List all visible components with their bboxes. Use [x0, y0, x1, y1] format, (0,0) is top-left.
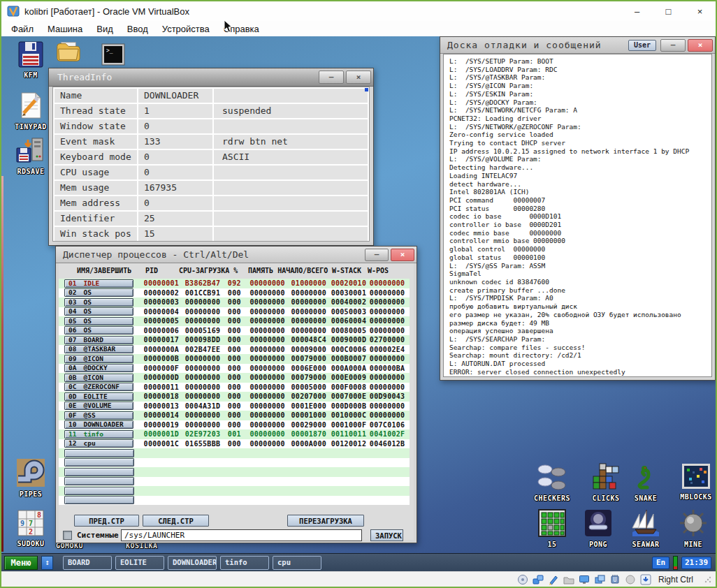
- desktop-icon-mblocks[interactable]: MBLOCKS: [674, 462, 716, 501]
- clock-button[interactable]: 21:39: [681, 557, 711, 569]
- kill-process-button[interactable]: [64, 477, 134, 485]
- pct-cell: 000: [228, 336, 249, 344]
- desktop-icon-folder[interactable]: [52, 38, 84, 65]
- wstack-cell: 000A000A: [331, 365, 368, 372]
- shared-clipboard-pencil-icon[interactable]: [548, 574, 559, 585]
- keyboard-layout-button[interactable]: En: [652, 557, 669, 569]
- kill-process-button[interactable]: 0B@ICON: [64, 374, 133, 382]
- menubar-item-3[interactable]: Ввод: [124, 22, 151, 36]
- kill-process-button[interactable]: 10DOWNLOADER: [64, 420, 133, 429]
- maximize-icon[interactable]: □: [653, 1, 684, 21]
- threadinfo-titlebar[interactable]: ThreadInfo – ×: [49, 68, 373, 87]
- desktop-icon-checkers[interactable]: CHECKERS: [530, 462, 574, 502]
- seamless-windows-icon[interactable]: [594, 574, 605, 585]
- kill-process-button[interactable]: 03OS: [64, 298, 133, 307]
- system-processes-checkbox[interactable]: [63, 531, 72, 540]
- wpos-cell: 00000000: [370, 355, 410, 362]
- launch-path-input[interactable]: [121, 529, 362, 541]
- minimize-button[interactable]: –: [660, 39, 686, 52]
- menubar-item-0[interactable]: Файл: [8, 22, 36, 36]
- close-button[interactable]: ×: [391, 249, 414, 261]
- minimize-all-button[interactable]: ↕: [41, 556, 53, 570]
- taskbar-task-downloader[interactable]: DOWNLOADER: [168, 556, 217, 570]
- kill-process-button[interactable]: 0F@SS: [64, 411, 133, 420]
- mouse-integration-icon[interactable]: [625, 574, 636, 585]
- close-icon[interactable]: ×: [684, 1, 716, 21]
- run-button[interactable]: ЗАПУСК: [370, 529, 403, 541]
- kill-process-button[interactable]: 12cpu: [64, 439, 133, 448]
- kill-process-button[interactable]: 0C@ZEROCONF: [64, 383, 133, 391]
- kill-process-button[interactable]: 05OS: [64, 317, 133, 325]
- desktop-icon-mine[interactable]: MINE: [671, 508, 716, 548]
- menubar-item-5[interactable]: Справка: [221, 22, 262, 36]
- taskbar-task-tinfo[interactable]: tinfo: [220, 556, 269, 570]
- debug-board-titlebar[interactable]: Доска отладки и сообщений User – ×: [440, 37, 715, 54]
- log-line: L: /SYS/@DOCKY Param:: [449, 98, 711, 107]
- kill-process-button[interactable]: 0DEOLITE: [64, 392, 133, 401]
- menubar-item-4[interactable]: Устройства: [159, 22, 212, 36]
- pct-cell: 000: [228, 308, 249, 316]
- kill-process-button[interactable]: 0E@VOLUME: [64, 402, 133, 410]
- desktop-icon-terminal[interactable]: >_: [99, 43, 127, 66]
- shared-folders-icon[interactable]: [563, 574, 574, 585]
- user-log-button[interactable]: User: [628, 40, 656, 51]
- desktop-icon-clicks[interactable]: CLICKS: [584, 462, 628, 502]
- kill-process-button[interactable]: [64, 468, 134, 476]
- process-name: DOWNLOADER: [83, 421, 123, 428]
- minimize-icon[interactable]: –: [621, 1, 653, 21]
- prev-page-button[interactable]: ПРЕД.СТР: [74, 515, 139, 527]
- taskbar-task-cpu[interactable]: cpu: [273, 556, 321, 570]
- process-manager-titlebar[interactable]: Диспетчер процессов - Ctrl/Alt/Del – ×: [56, 247, 417, 263]
- menubar-item-2[interactable]: Вид: [94, 22, 116, 36]
- kill-process-button[interactable]: 07BOARD: [64, 336, 133, 344]
- desktop-icon-tinypad[interactable]: TINYPAD: [8, 91, 53, 131]
- cpu-load-indicator[interactable]: [673, 556, 678, 570]
- mem-start-cell: 00000000: [249, 421, 289, 429]
- desktop-icon-seawar[interactable]: SEAWAR: [623, 508, 668, 548]
- kill-process-button[interactable]: 02OS: [64, 288, 133, 297]
- desktop-icon-pipes[interactable]: PIPES: [8, 458, 53, 498]
- close-button[interactable]: ×: [688, 39, 713, 52]
- start-menu-button[interactable]: Меню: [4, 556, 38, 570]
- minimize-button[interactable]: –: [365, 249, 389, 261]
- kill-process-button[interactable]: 06OS: [64, 326, 133, 335]
- taskbar-task-eolite[interactable]: EOLITE: [115, 556, 164, 570]
- process-name: @ICON: [83, 374, 103, 381]
- desktop-icon-kfm[interactable]: KFM: [8, 41, 53, 79]
- kill-process-button[interactable]: [64, 496, 134, 504]
- mem-total-cell: 0001E000: [291, 402, 330, 410]
- process-name: OS: [83, 308, 91, 315]
- kill-process-button[interactable]: 04OS: [64, 307, 133, 316]
- mem-start-cell: 00000000: [249, 336, 289, 344]
- keyboard-capture-icon[interactable]: [640, 574, 651, 585]
- taskbar-task-board[interactable]: BOARD: [63, 556, 112, 570]
- kill-process-button[interactable]: 08@TASKBAR: [64, 345, 133, 353]
- optical-disc-icon[interactable]: [517, 574, 528, 585]
- minimize-button[interactable]: –: [319, 71, 344, 84]
- wstack-cell: 0001000F: [331, 421, 368, 429]
- network-icon[interactable]: [533, 574, 544, 585]
- titlebar[interactable]: kolibri [Работает] - Oracle VM VirtualBo…: [1, 1, 716, 21]
- reboot-button[interactable]: ПЕРЕЗАГРУЗКА: [287, 515, 364, 527]
- desktop-icon-pong[interactable]: PONG: [576, 508, 621, 548]
- kill-process-button[interactable]: 01IDLE: [64, 279, 133, 288]
- next-page-button[interactable]: СЛЕД.СТР: [143, 515, 209, 527]
- desktop-icon-rdsave[interactable]: RDSAVE: [8, 135, 53, 175]
- menubar-item-1[interactable]: Машина: [45, 22, 85, 36]
- kill-process-button[interactable]: [64, 487, 134, 495]
- kill-process-button[interactable]: [64, 449, 134, 457]
- close-button[interactable]: ×: [346, 71, 371, 84]
- kill-process-button[interactable]: [64, 458, 134, 466]
- usb-icon[interactable]: U: [609, 574, 621, 585]
- kill-process-button[interactable]: 11tinfo: [64, 430, 133, 439]
- cpu-cell: 002B47EE: [185, 346, 226, 353]
- kill-process-button[interactable]: 09@ICON: [64, 355, 133, 363]
- desktop-icon-fifteen[interactable]: 15: [530, 508, 574, 548]
- kill-process-button[interactable]: 0A@DOCKY: [64, 364, 133, 372]
- display-icon[interactable]: [579, 574, 590, 585]
- resize-grip[interactable]: [704, 576, 711, 583]
- pid-cell: 00000014: [144, 411, 184, 419]
- pct-cell: 000: [228, 317, 249, 325]
- desktop-icon-sudoku[interactable]: 8 9 7 2 SUDOKU: [8, 509, 53, 547]
- desktop-icon-snake[interactable]: SNAKE: [623, 462, 668, 502]
